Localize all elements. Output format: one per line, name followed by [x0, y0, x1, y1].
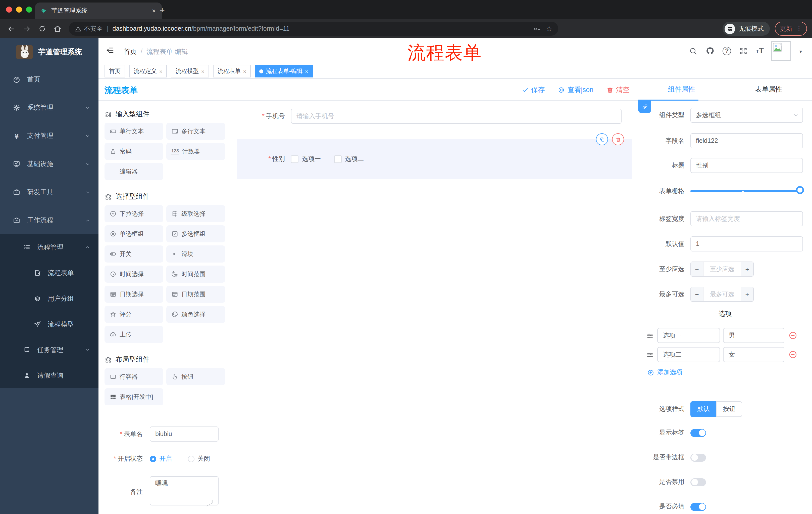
drag-handle-icon[interactable]	[646, 351, 654, 358]
option1-label-input[interactable]	[657, 328, 720, 343]
sidebar-item-process-model[interactable]: 流程模型	[0, 311, 98, 337]
palette-item-time-range[interactable]: 时间范围	[166, 266, 225, 283]
stepper-increase-button[interactable]: +	[741, 262, 753, 276]
avatar[interactable]	[771, 41, 791, 61]
bookmark-star-icon[interactable]: ☆	[546, 25, 552, 33]
sidebar-item-process-mgmt[interactable]: 流程管理	[0, 234, 98, 260]
fullscreen-icon[interactable]	[739, 47, 748, 55]
gender-option1-checkbox[interactable]: 选项一	[291, 155, 321, 163]
sidebar-item-process-form[interactable]: 流程表单	[0, 260, 98, 286]
palette-item-slider[interactable]: 滑块	[166, 245, 225, 263]
tag-close-icon[interactable]: ×	[201, 68, 204, 74]
palette-item-password[interactable]: 密码	[105, 143, 163, 160]
tag-close-icon[interactable]: ×	[243, 68, 246, 74]
tag-process-model[interactable]: 流程模型×	[171, 65, 209, 77]
title-input[interactable]	[690, 158, 803, 173]
palette-item-time-picker[interactable]: 时间选择	[105, 266, 163, 283]
field-name-input[interactable]	[690, 133, 803, 148]
component-type-select[interactable]	[690, 108, 803, 123]
form-grid-slider[interactable]	[690, 184, 803, 199]
default-value-input[interactable]	[690, 236, 803, 251]
sidebar-item-devtools[interactable]: 研发工具	[0, 178, 98, 206]
palette-item-radio-group[interactable]: 单选框组	[105, 225, 163, 242]
clear-button[interactable]: 清空	[607, 85, 630, 94]
new-tab-button[interactable]: +	[160, 4, 165, 17]
tab-close-icon[interactable]: ×	[151, 7, 157, 15]
zoom-window-button[interactable]	[26, 6, 32, 12]
with-border-toggle[interactable]	[690, 453, 706, 461]
view-json-button[interactable]: 查看json	[558, 85, 593, 94]
disabled-toggle[interactable]	[690, 478, 706, 486]
forward-icon[interactable]	[23, 24, 31, 33]
slider-handle[interactable]	[796, 186, 804, 194]
tag-close-icon[interactable]: ×	[159, 68, 163, 74]
form-remark-textarea[interactable]: 嘿嘿	[150, 476, 219, 506]
style-button-button[interactable]: 按钮	[716, 401, 742, 417]
option1-value-input[interactable]	[723, 328, 784, 343]
sidebar-fold-icon[interactable]	[106, 46, 115, 55]
palette-item-single-text[interactable]: 单行文本	[105, 123, 163, 140]
status-open-radio[interactable]: 开启	[150, 455, 172, 463]
tag-process-form-edit-active[interactable]: 流程表单-编辑×	[255, 65, 313, 77]
drag-handle-icon[interactable]	[646, 332, 654, 339]
tag-home[interactable]: 首页	[105, 65, 125, 77]
option2-label-input[interactable]	[657, 347, 720, 362]
font-size-icon[interactable]: TT	[756, 47, 764, 55]
palette-item-table-dev[interactable]: 表格[开发中]	[105, 388, 163, 405]
address-bar[interactable]: 不安全 | dashboard.yudao.iocoder.cn/bpm/man…	[69, 22, 558, 36]
stepper-decrease-button[interactable]: −	[691, 262, 703, 276]
avatar-caret-icon[interactable]: ▾	[800, 49, 802, 54]
stepper-value[interactable]: 最多可选	[703, 287, 741, 301]
palette-item-color-picker[interactable]: 颜色选择	[166, 306, 225, 323]
browser-tab[interactable]: 芋道管理系统 ×	[35, 2, 162, 19]
tag-process-definition[interactable]: 流程定义×	[129, 65, 167, 77]
label-width-input[interactable]	[690, 211, 803, 226]
palette-item-editor[interactable]: 编辑器	[105, 163, 163, 180]
stepper-decrease-button[interactable]: −	[691, 287, 703, 301]
palette-item-multi-text[interactable]: 多行文本	[166, 123, 225, 140]
palette-item-cascader[interactable]: 级联选择	[166, 205, 225, 222]
stepper-value[interactable]: 至少应选	[703, 262, 741, 276]
back-icon[interactable]	[7, 24, 16, 33]
gender-option2-checkbox[interactable]: 选项二	[334, 155, 364, 163]
show-label-toggle[interactable]	[690, 429, 706, 437]
breadcrumb-home[interactable]: 首页	[124, 47, 137, 56]
duplicate-component-button[interactable]	[596, 133, 608, 145]
palette-item-checkbox-group[interactable]: 多选框组	[166, 225, 225, 242]
option2-value-input[interactable]	[723, 347, 784, 362]
sidebar-item-home[interactable]: 首页	[0, 65, 98, 93]
sidebar-item-system[interactable]: 系统管理	[0, 93, 98, 122]
tab-form-props[interactable]: 表单属性	[725, 79, 812, 100]
sidebar-item-task-mgmt[interactable]: 任务管理	[0, 337, 98, 362]
palette-item-date-picker[interactable]: 日期选择	[105, 286, 163, 303]
form-name-input[interactable]	[150, 427, 219, 441]
close-window-button[interactable]	[6, 6, 12, 12]
required-toggle[interactable]	[690, 503, 706, 511]
search-icon[interactable]	[689, 47, 697, 55]
tag-process-form[interactable]: 流程表单×	[213, 65, 251, 77]
home-icon[interactable]	[53, 24, 62, 33]
palette-item-counter[interactable]: 123计数器	[166, 143, 225, 160]
tab-component-props[interactable]: 组件属性	[638, 79, 725, 100]
palette-item-upload[interactable]: 上传	[105, 326, 163, 343]
add-option-button[interactable]: 添加选项	[647, 368, 683, 377]
minimize-window-button[interactable]	[16, 6, 22, 12]
style-default-button[interactable]: 默认	[690, 401, 716, 417]
palette-item-rate[interactable]: 评分	[105, 306, 163, 323]
sidebar-item-workflow[interactable]: 工作流程	[0, 206, 98, 234]
reload-icon[interactable]	[38, 25, 46, 33]
sidebar-item-payment[interactable]: ¥ 支付管理	[0, 122, 98, 150]
palette-item-row-container[interactable]: 行容器	[105, 368, 163, 385]
palette-item-switch[interactable]: 开关	[105, 245, 163, 263]
github-icon[interactable]	[705, 46, 715, 55]
slider-track[interactable]	[690, 190, 803, 192]
remove-option-button[interactable]	[788, 331, 798, 340]
palette-item-select[interactable]: 下拉选择	[105, 205, 163, 222]
window-controls[interactable]	[6, 6, 32, 12]
palette-item-date-range[interactable]: 日期范围	[166, 286, 225, 303]
security-label[interactable]: 不安全	[84, 24, 103, 33]
delete-component-button[interactable]	[612, 133, 624, 145]
save-button[interactable]: 保存	[522, 85, 545, 94]
canvas-field-gender-selected[interactable]: *性别 选项一 选项二	[237, 139, 632, 179]
sidebar-item-leave-query[interactable]: 请假查询	[0, 362, 98, 388]
